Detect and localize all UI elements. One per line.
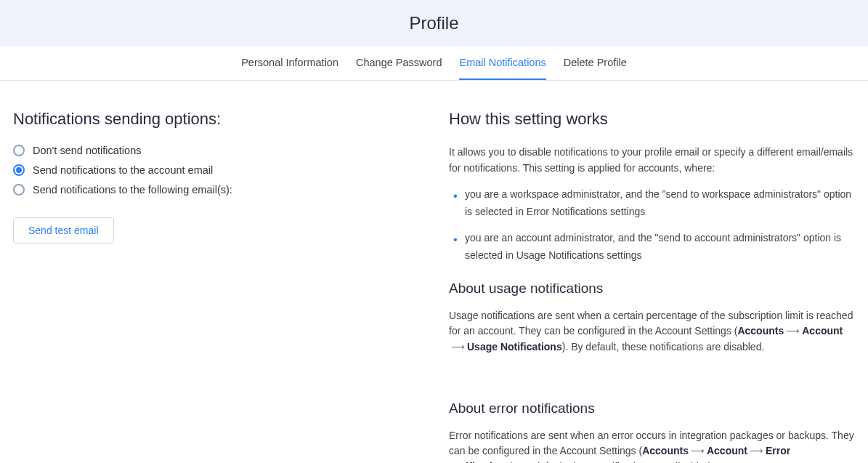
arrow-icon: ⟶: [786, 324, 800, 339]
send-test-email-button[interactable]: Send test email: [13, 217, 114, 243]
list-item: you are a workspace administrator, and t…: [449, 186, 855, 221]
how-works-text: It allows you to disable notifications t…: [449, 145, 855, 176]
radio-icon: [13, 184, 25, 196]
notifications-heading: Notifications sending options:: [13, 110, 420, 129]
tab-email-notifications[interactable]: Email Notifications: [459, 47, 545, 80]
notifications-options-panel: Notifications sending options: Don't sen…: [13, 110, 420, 463]
tabs-bar: Personal Information Change Password Ema…: [0, 47, 868, 81]
page-title: Profile: [0, 13, 868, 33]
radio-label: Send notifications to the following emai…: [33, 184, 232, 196]
how-works-bullets: you are a workspace administrator, and t…: [449, 186, 855, 264]
breadcrumb: Usage Notifications: [467, 341, 562, 353]
usage-heading: About usage notifications: [449, 281, 855, 297]
help-panel: How this setting works It allows you to …: [449, 110, 855, 463]
tab-change-password[interactable]: Change Password: [356, 47, 442, 80]
breadcrumb: Account: [707, 445, 747, 456]
tab-personal-information[interactable]: Personal Information: [241, 47, 338, 80]
how-works-heading: How this setting works: [449, 110, 855, 129]
notification-radio-group: Don't send notifications Send notificati…: [13, 145, 420, 196]
usage-text: Usage notifications are sent when a cert…: [449, 308, 855, 355]
error-text: Error notifications are sent when an err…: [449, 428, 855, 463]
radio-label: Don't send notifications: [33, 145, 141, 156]
breadcrumb: Accounts: [737, 325, 784, 337]
radio-label: Send notifications to the account email: [33, 164, 213, 176]
radio-selected-dot-icon: [16, 167, 22, 173]
arrow-icon: ⟶: [451, 340, 465, 355]
radio-icon: [13, 145, 25, 156]
arrow-icon: ⟶: [750, 444, 763, 459]
radio-send-account-email[interactable]: Send notifications to the account email: [13, 164, 420, 176]
breadcrumb: Account: [802, 325, 843, 337]
radio-send-following-emails[interactable]: Send notifications to the following emai…: [13, 184, 420, 196]
breadcrumb: Accounts: [642, 445, 689, 456]
list-item: you are an account administrator, and th…: [449, 230, 855, 265]
error-heading: About error notifications: [449, 400, 855, 416]
content-area: Notifications sending options: Don't sen…: [0, 81, 868, 463]
arrow-icon: ⟶: [691, 444, 705, 459]
radio-icon: [13, 164, 25, 176]
page-header: Profile: [0, 0, 868, 47]
tab-delete-profile[interactable]: Delete Profile: [564, 47, 627, 80]
radio-dont-send[interactable]: Don't send notifications: [13, 145, 420, 156]
